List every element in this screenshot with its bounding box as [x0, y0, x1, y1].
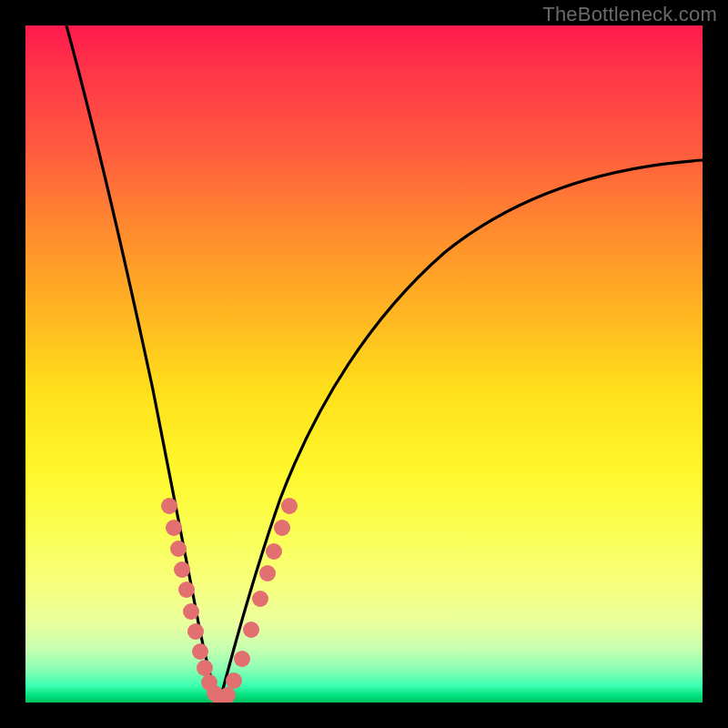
svg-point-2 — [170, 541, 187, 557]
watermark-text: TheBottleneck.com — [542, 3, 717, 26]
bottleneck-curve-left — [66, 25, 219, 703]
svg-point-8 — [197, 660, 213, 676]
data-markers-right — [219, 498, 298, 703]
svg-point-16 — [252, 591, 268, 607]
chart-frame: TheBottleneck.com — [0, 0, 728, 728]
svg-point-3 — [174, 561, 190, 578]
svg-point-5 — [183, 603, 199, 620]
svg-point-14 — [234, 651, 250, 667]
svg-point-4 — [178, 581, 195, 598]
plot-area — [25, 25, 703, 703]
svg-point-7 — [192, 643, 208, 660]
svg-point-17 — [259, 565, 276, 581]
curve-layer — [25, 25, 703, 703]
svg-point-15 — [243, 622, 259, 638]
bottleneck-curve-right — [219, 160, 703, 703]
svg-point-6 — [187, 623, 204, 640]
svg-point-0 — [161, 498, 177, 514]
svg-point-1 — [166, 520, 182, 536]
svg-point-20 — [281, 498, 298, 514]
svg-point-18 — [266, 543, 282, 560]
svg-point-19 — [274, 520, 290, 536]
svg-point-13 — [226, 672, 242, 689]
